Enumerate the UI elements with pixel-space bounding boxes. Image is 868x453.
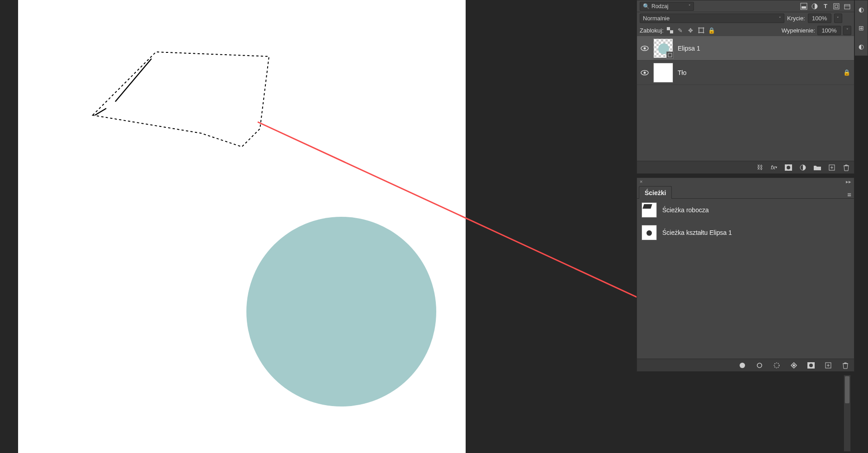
layer-row-ellipse[interactable]: Elipsa 1: [637, 36, 854, 61]
svg-point-29: [793, 364, 795, 366]
lock-artboard-icon[interactable]: [697, 26, 705, 34]
path-thumbnail[interactable]: [642, 225, 657, 240]
close-icon[interactable]: ×: [640, 179, 642, 184]
layer-name-label: Tło: [678, 69, 686, 76]
lock-all-icon[interactable]: 🔒: [708, 26, 716, 34]
blend-mode-dropdown[interactable]: Normalnie ˅: [640, 14, 784, 23]
svg-rect-5: [835, 5, 838, 8]
vertical-scrollbar[interactable]: [844, 375, 851, 452]
svg-point-16: [644, 47, 646, 49]
collapse-icon[interactable]: ▸▸: [846, 179, 851, 185]
svg-rect-17: [668, 53, 672, 57]
filter-type-icons: T: [800, 2, 851, 10]
svg-rect-6: [844, 5, 850, 9]
filter-adjustment-icon[interactable]: [811, 2, 819, 10]
layer-thumbnail[interactable]: [653, 38, 673, 58]
edge-tool-icon-3[interactable]: ◐: [859, 43, 864, 50]
svg-rect-2: [802, 6, 806, 9]
path-row-ellipse[interactable]: Ścieżka kształtu Elipsa 1: [637, 221, 854, 244]
layers-panel: 🔍 Rodzaj ˅ T Normalnie ˅ Krycie: 100% ˅ …: [637, 0, 854, 174]
layer-thumbnail[interactable]: [653, 63, 673, 83]
layers-list: Elipsa 1 Tło 🔒: [637, 36, 854, 85]
svg-point-31: [809, 364, 813, 367]
tab-paths[interactable]: Ścieżki: [639, 186, 672, 199]
stroke-path-icon[interactable]: [755, 361, 764, 369]
lasso-selection-path: [88, 47, 283, 151]
filter-type-icon[interactable]: T: [821, 2, 830, 10]
layer-name-label: Elipsa 1: [678, 45, 700, 52]
paths-list: Ścieżka robocza Ścieżka kształtu Elipsa …: [637, 199, 854, 244]
path-name-label: Ścieżka robocza: [662, 206, 709, 214]
new-layer-icon[interactable]: [828, 163, 836, 172]
edge-tool-icon-1[interactable]: ◐: [859, 6, 864, 13]
svg-rect-9: [670, 30, 673, 33]
filter-smartobject-icon[interactable]: [843, 2, 851, 10]
search-icon: 🔍: [643, 3, 650, 9]
scrollbar-thumb[interactable]: [845, 376, 849, 403]
lock-transparency-icon[interactable]: [666, 26, 674, 34]
selection-to-path-icon[interactable]: [790, 361, 798, 369]
path-name-label: Ścieżka kształtu Elipsa 1: [662, 229, 732, 236]
layer-row-background[interactable]: Tło 🔒: [637, 61, 854, 85]
svg-point-21: [787, 166, 790, 169]
panel-menu-icon[interactable]: ≡: [847, 191, 851, 198]
lock-label: Zablokuj:: [640, 27, 664, 34]
fill-path-icon[interactable]: [738, 361, 746, 369]
shape-badge-icon: [666, 51, 674, 59]
layer-filter-dropdown[interactable]: 🔍 Rodzaj ˅: [640, 2, 694, 11]
chevron-down-icon: ˅: [689, 4, 691, 9]
fill-dropdown-arrow[interactable]: ˅: [843, 26, 851, 35]
document-canvas[interactable]: [18, 0, 466, 453]
paths-panel: × ▸▸ Ścieżki ≡ Ścieżka robocza Ścieżka k…: [637, 177, 854, 372]
layer-filter-row: 🔍 Rodzaj ˅ T: [637, 0, 854, 12]
path-row-work[interactable]: Ścieżka robocza: [637, 199, 854, 221]
opacity-value: 100%: [812, 15, 827, 22]
edge-tool-icon-2[interactable]: ⊞: [859, 24, 864, 32]
lock-paint-icon[interactable]: ✎: [676, 26, 684, 34]
right-edge-strip: ◐ ⊞ ◐: [854, 0, 868, 56]
lock-icon[interactable]: 🔒: [843, 69, 850, 76]
lock-row: Zablokuj: ✎ ✥ 🔒 Wypełnienie: 100% ˅: [637, 24, 854, 36]
new-path-icon[interactable]: [824, 361, 832, 369]
opacity-dropdown-arrow[interactable]: ˅: [834, 14, 842, 23]
new-group-icon[interactable]: [813, 163, 821, 172]
lock-position-icon[interactable]: ✥: [687, 26, 695, 34]
chevron-down-icon: ˅: [779, 16, 781, 21]
fill-value: 100%: [821, 27, 836, 34]
filter-kind-label: Rodzaj: [651, 3, 668, 9]
blend-mode-row: Normalnie ˅ Krycie: 100% ˅: [637, 12, 854, 24]
path-to-selection-icon[interactable]: [773, 361, 781, 369]
new-adjustment-icon[interactable]: [799, 163, 807, 172]
svg-rect-8: [667, 27, 670, 30]
add-mask-icon[interactable]: [784, 163, 793, 172]
layers-panel-footer: ⛓ fx▾: [637, 161, 854, 173]
paths-panel-footer: [637, 359, 854, 371]
panel-header: × ▸▸: [637, 178, 854, 185]
svg-point-26: [740, 363, 745, 368]
workspace: [0, 0, 624, 453]
svg-point-19: [644, 71, 646, 74]
svg-point-28: [774, 363, 779, 368]
path-thumbnail[interactable]: [642, 202, 657, 218]
visibility-toggle[interactable]: [641, 69, 649, 77]
opacity-label: Krycie:: [787, 15, 805, 22]
blend-mode-value: Normalnie: [643, 15, 670, 22]
fill-input[interactable]: 100%: [817, 26, 841, 35]
delete-layer-icon[interactable]: [842, 163, 850, 172]
layer-effects-icon[interactable]: fx▾: [770, 163, 778, 172]
link-layers-icon[interactable]: ⛓: [755, 163, 764, 172]
visibility-toggle[interactable]: [641, 44, 649, 52]
paths-panel-tabs: Ścieżki ≡: [637, 185, 854, 199]
fill-label: Wypełnienie:: [782, 27, 815, 34]
add-mask-from-path-icon[interactable]: [807, 361, 815, 369]
filter-pixel-icon[interactable]: [800, 2, 808, 10]
delete-path-icon[interactable]: [841, 361, 849, 369]
right-panels: 🔍 Rodzaj ˅ T Normalnie ˅ Krycie: 100% ˅ …: [637, 0, 868, 453]
filter-shape-icon[interactable]: [832, 2, 840, 10]
svg-point-27: [757, 363, 762, 368]
svg-rect-4: [834, 4, 839, 9]
tab-label: Ścieżki: [645, 189, 666, 196]
svg-rect-10: [699, 28, 703, 33]
ellipse-shape[interactable]: [246, 217, 436, 406]
opacity-input[interactable]: 100%: [808, 14, 831, 23]
